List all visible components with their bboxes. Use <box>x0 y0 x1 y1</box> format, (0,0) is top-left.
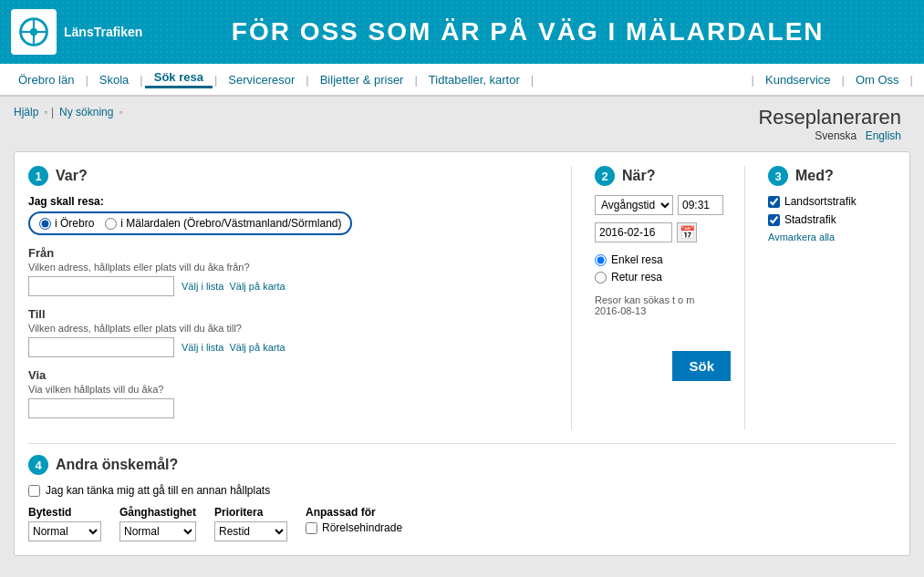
to-map-link[interactable]: Välj på karta <box>229 342 285 353</box>
form-row: 1 Var? Jag skall resa: i Örebro i Mälard… <box>28 166 896 429</box>
rorelsehindrade-checkbox[interactable] <box>306 522 317 534</box>
section-nar-number: 2 <box>595 166 615 186</box>
landsortstrafik-option[interactable]: Landsortstrafik <box>768 195 896 208</box>
nav-item-serviceresor[interactable]: Serviceresor <box>219 73 304 87</box>
annan-hallplats-option[interactable]: Jag kan tänka mig att gå till en annan h… <box>28 484 896 497</box>
nav-item-biljetter[interactable]: Biljetter & priser <box>311 73 413 87</box>
section-var-title: Var? <box>56 168 88 184</box>
from-sublabel: Vilken adress, hållplats eller plats vil… <box>28 262 557 273</box>
nav-items: Örebro län | Skola | Sök resa | Servicer… <box>9 70 750 88</box>
section-med: 3 Med? Landsortstrafik Stadstrafik Avmar… <box>754 166 896 429</box>
time-input[interactable] <box>678 195 723 215</box>
to-label: Till <box>28 307 557 321</box>
radio-malardalen-input[interactable] <box>105 218 117 230</box>
radio-orebro-input[interactable] <box>39 218 51 230</box>
new-search-link[interactable]: Ny sökning <box>59 106 113 118</box>
prioritera-select[interactable]: Restid Byten Gång <box>214 521 287 541</box>
from-map-link[interactable]: Välj på karta <box>229 281 285 292</box>
avmarkera-link[interactable]: Avmarkera alla <box>768 232 896 242</box>
brand-name: LänsTrafiken <box>64 25 142 40</box>
to-list-link[interactable]: Välj i lista <box>182 342 223 353</box>
nav-right: | Kundservice | Om Oss | <box>750 73 915 87</box>
via-input[interactable] <box>28 398 174 418</box>
bytestid-group: Bytestid Normal Lång <box>28 506 101 541</box>
radio-malardalen[interactable]: i Mälardalen (Örebro/Västmanland/Sörmlan… <box>105 217 341 230</box>
from-list-link[interactable]: Välj i lista <box>182 281 223 292</box>
anpassad-label: Anpassad för <box>306 506 402 519</box>
header: LänsTrafiken FÖR OSS SOM ÄR PÅ VÄG I MÄL… <box>0 0 924 64</box>
section-andra-header: 4 Andra önskemål? <box>28 455 896 475</box>
ganghastighet-label: Gånghastighet <box>119 506 196 519</box>
lang-english-link[interactable]: English <box>866 129 901 142</box>
via-field-row <box>28 398 557 418</box>
ganghastighet-select[interactable]: Normal Snabb Långsam <box>119 521 196 541</box>
anpassad-group: Anpassad för Rörelsehindrade <box>306 506 402 540</box>
nav-item-kundservice[interactable]: Kundservice <box>756 73 840 87</box>
time-row: Avgångstid Ankomsttid <box>595 195 731 215</box>
annan-hallplats-checkbox[interactable] <box>28 485 40 497</box>
via-label: Via <box>28 368 557 382</box>
from-input[interactable] <box>28 276 174 296</box>
to-field-group: Till Vilken adress, hållplats eller plat… <box>28 307 557 357</box>
section-nar-title: När? <box>622 168 655 184</box>
bytestid-label: Bytestid <box>28 506 101 519</box>
logo-icon <box>17 15 50 48</box>
to-input[interactable] <box>28 337 174 357</box>
prioritera-group: Prioritera Restid Byten Gång <box>214 506 287 541</box>
page-title-area: Reseplaneraren Svenska English <box>758 106 910 142</box>
section-andra-number: 4 <box>28 455 48 475</box>
from-field-row: Välj i lista Välj på karta <box>28 276 557 296</box>
to-links: Välj i lista Välj på karta <box>182 342 286 353</box>
help-link[interactable]: Hjälp <box>14 106 38 118</box>
form-container: 1 Var? Jag skall resa: i Örebro i Mälard… <box>14 151 910 556</box>
prioritera-label: Prioritera <box>214 506 287 519</box>
travel-type-label: Jag skall resa: <box>28 195 557 208</box>
info-text: Resor kan sökas t o m2016-08-13 <box>595 294 731 316</box>
from-links: Välj i lista Välj på karta <box>182 281 286 292</box>
nav-item-sokresa[interactable]: Sök resa <box>145 70 213 88</box>
section-nar-header: 2 När? <box>595 166 731 186</box>
bytestid-select[interactable]: Normal Lång <box>28 521 101 541</box>
lang-svenska: Svenska <box>815 129 857 142</box>
section-andra-title: Andra önskemål? <box>56 457 178 473</box>
enkel-resa-option[interactable]: Enkel resa <box>595 253 731 266</box>
section-nar: 2 När? Avgångstid Ankomsttid 📅 <box>581 166 745 429</box>
section-andra: 4 Andra önskemål? Jag kan tänka mig att … <box>28 443 896 541</box>
enkel-resa-radio[interactable] <box>595 254 607 266</box>
travel-type: Jag skall resa: i Örebro i Mälardalen (Ö… <box>28 195 557 235</box>
retur-resa-radio[interactable] <box>595 272 607 283</box>
top-links: Hjälp ◦ | Ny sökning ◦ <box>14 106 129 118</box>
retur-resa-option[interactable]: Retur resa <box>595 271 731 283</box>
date-input[interactable] <box>595 222 672 242</box>
section-var-header: 1 Var? <box>28 166 557 186</box>
section-med-header: 3 Med? <box>768 166 896 186</box>
stadstrafik-option[interactable]: Stadstrafik <box>768 213 896 226</box>
page-title: Reseplaneraren <box>758 106 901 129</box>
logo-box <box>11 9 57 55</box>
nav-item-orebro[interactable]: Örebro län <box>9 73 83 87</box>
radio-orebro[interactable]: i Örebro <box>39 217 94 230</box>
sok-button[interactable]: Sök <box>672 351 731 381</box>
nav-item-skola[interactable]: Skola <box>90 73 139 87</box>
rorelsehindrade-option[interactable]: Rörelsehindrade <box>306 521 402 534</box>
via-field-group: Via Via vilken hållplats vill du åka? <box>28 368 557 418</box>
nav-bar: Örebro län | Skola | Sök resa | Servicer… <box>0 64 924 97</box>
date-row: 📅 <box>595 222 731 242</box>
options-row: Bytestid Normal Lång Gånghastighet Norma… <box>28 506 896 541</box>
stadstrafik-checkbox[interactable] <box>768 214 780 226</box>
lang-links: Svenska English <box>758 129 901 142</box>
nav-item-tidtabeller[interactable]: Tidtabeller, kartor <box>420 73 529 87</box>
ganghastighet-group: Gånghastighet Normal Snabb Långsam <box>119 506 196 541</box>
calendar-icon[interactable]: 📅 <box>677 222 697 242</box>
landsortstrafik-checkbox[interactable] <box>768 196 780 208</box>
from-label: Från <box>28 246 557 260</box>
to-sublabel: Vilken adress, hållplats eller plats vil… <box>28 323 557 334</box>
section-med-number: 3 <box>768 166 788 186</box>
from-field-group: Från Vilken adress, hållplats eller plat… <box>28 246 557 296</box>
trip-type-group: Enkel resa Retur resa <box>595 253 731 283</box>
section-med-title: Med? <box>795 168 834 184</box>
time-type-select[interactable]: Avgångstid Ankomsttid <box>595 195 673 215</box>
nav-item-omoss[interactable]: Om Oss <box>846 73 908 87</box>
travel-radio-group: i Örebro i Mälardalen (Örebro/Västmanlan… <box>28 211 352 235</box>
via-sublabel: Via vilken hållplats vill du åka? <box>28 384 557 395</box>
